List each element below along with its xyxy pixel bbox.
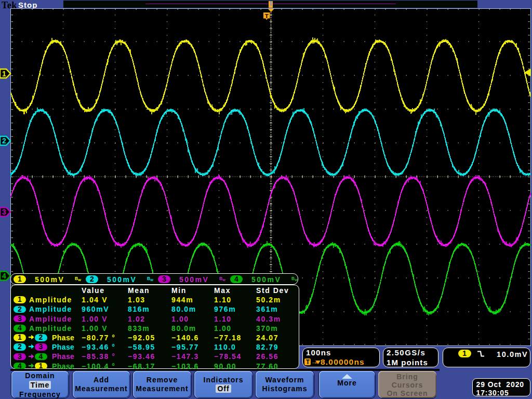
svg-text:2: 2 — [2, 137, 6, 145]
svg-text:1: 1 — [2, 70, 6, 78]
svg-text:4: 4 — [2, 272, 6, 280]
svg-text:T: T — [265, 13, 269, 19]
svg-text:3: 3 — [2, 208, 6, 216]
